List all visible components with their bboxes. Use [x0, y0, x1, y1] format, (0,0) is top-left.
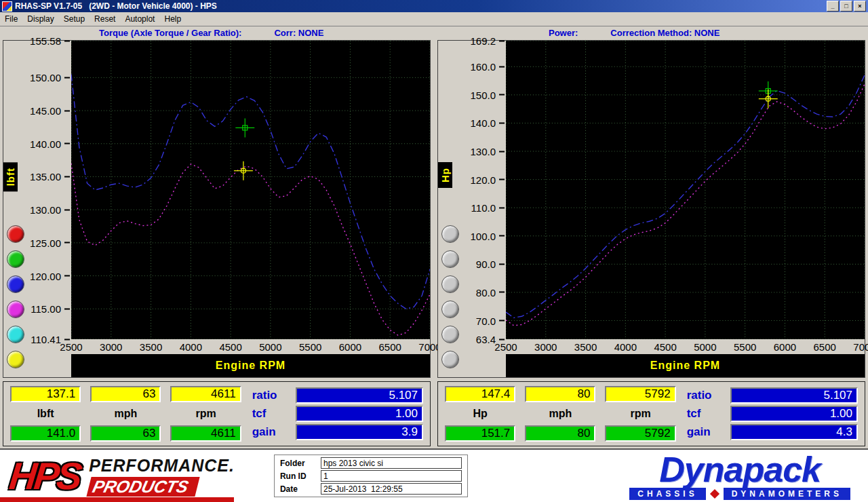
ratio-label: ratio	[252, 389, 288, 402]
trace-select-button-2[interactable]	[7, 275, 24, 293]
run-info-form: Folder Run ID Date	[274, 455, 468, 497]
x-tick-label: 4000	[180, 341, 202, 353]
torque-x-axis-title: Engine RPM	[216, 360, 285, 372]
trace-select-button-1[interactable]	[7, 250, 24, 268]
gain-label: gain	[687, 425, 722, 439]
trace-select-button-2[interactable]	[441, 275, 459, 293]
gain-value: 4.3	[730, 424, 858, 440]
x-tick-label: 2500	[494, 341, 517, 353]
x-tick-label: 3500	[140, 341, 162, 353]
trace-select-button-4[interactable]	[7, 326, 24, 343]
menu-display[interactable]: Display	[22, 13, 58, 25]
power-unit-label: Hp	[445, 406, 515, 422]
power-calc-column: ratio 5.107 tcf 1.00 gain 4.3	[687, 386, 858, 442]
x-tick-label: 6000	[339, 341, 361, 353]
hps-wordmark: HPS	[7, 459, 81, 494]
torque-correction-status: Corr: NONE	[274, 28, 323, 38]
ratio-value: 5.107	[730, 387, 858, 404]
trace-select-button-0[interactable]	[7, 225, 24, 243]
trace-select-button-5[interactable]	[441, 351, 459, 368]
cursor-b-rpm-value: 4611	[170, 425, 241, 442]
y-tick-label: 150.0	[470, 89, 505, 100]
cursor-b-power-value: 151.7	[445, 425, 515, 442]
speed-unit-label: mph	[525, 406, 595, 422]
chart-headers: Torque (Axle Torque / Gear Ratio): Corr:…	[0, 26, 868, 39]
trace-select-button-1[interactable]	[441, 250, 459, 268]
power-readout-panel: 147.4 80 5792 Hp mph rpm 151.7 80 5792 r…	[437, 381, 865, 446]
trace-select-button-3[interactable]	[7, 301, 24, 318]
power-correction-status: Correction Method: NONE	[610, 28, 719, 38]
torque-readout-panel: 137.1 63 4611 lbft mph rpm 141.0 63 4611…	[3, 381, 431, 446]
minimize-button[interactable]: _	[827, 1, 839, 12]
trace-select-button-4[interactable]	[441, 326, 459, 343]
torque-plot-cell	[71, 41, 430, 339]
gain-label: gain	[252, 425, 288, 439]
close-button[interactable]: ×	[854, 1, 866, 12]
cursor-marker-circle[interactable]	[759, 90, 778, 109]
folder-field[interactable]	[321, 457, 462, 469]
menu-setup[interactable]: Setup	[59, 13, 90, 25]
x-tick-label: 3000	[100, 341, 122, 353]
window-controls: _□×	[825, 1, 866, 12]
maximize-button[interactable]: □	[840, 1, 852, 12]
hps-products-text: PRODUCTS	[87, 477, 201, 497]
cursor-marker-circle[interactable]	[234, 161, 253, 180]
speed-unit-label: mph	[90, 406, 161, 422]
cursor-a-rpm-value: 5792	[605, 386, 675, 402]
x-tick-label: 3500	[574, 341, 597, 353]
title-bar[interactable]: RHAS-SP V1.7-05 (2WD - Motor Vehicle 400…	[0, 0, 868, 12]
cursor-a-speed-value: 80	[525, 386, 595, 402]
magenta-trace	[71, 163, 430, 335]
power-plot-area[interactable]	[506, 41, 865, 339]
x-tick-label: 6500	[814, 341, 836, 353]
torque-x-tick-labels: 2500300035004000450050005500600065007000	[71, 339, 430, 354]
x-tick-label: 6000	[774, 341, 796, 353]
blue-trace	[71, 75, 430, 309]
y-tick-label: 145.00	[30, 105, 70, 117]
menu-autoplot[interactable]: Autoplot	[120, 13, 159, 25]
x-tick-label: 5500	[734, 341, 756, 353]
power-trace-buttons	[441, 225, 459, 368]
torque-unit-label: lbft	[10, 406, 81, 422]
y-tick-label: 80.0	[476, 286, 505, 298]
trace-select-button-3[interactable]	[441, 301, 459, 318]
cursor-a-power-value: 147.4	[445, 386, 515, 402]
torque-readout-grid: 137.1 63 4611 lbft mph rpm 141.0 63 4611	[10, 386, 241, 442]
cursor-b-rpm-value: 5792	[605, 425, 675, 442]
y-tick-label: 155.58	[30, 35, 70, 47]
cursor-a-speed-value: 63	[90, 386, 161, 402]
y-tick-label: 135.00	[30, 171, 70, 182]
x-tick-label: 4500	[654, 341, 676, 353]
dynapack-wordmark: Dynapack	[629, 452, 850, 486]
cursor-marker-square[interactable]	[235, 118, 254, 137]
menu-help[interactable]: Help	[159, 13, 186, 25]
run-id-field[interactable]	[321, 470, 462, 482]
torque-chart: 155.58150.00145.00140.00135.00130.00125.…	[3, 40, 431, 378]
trace-select-button-5[interactable]	[7, 351, 24, 368]
charts-row: 155.58150.00145.00140.00135.00130.00125.…	[0, 39, 868, 379]
menu-file[interactable]: File	[0, 13, 22, 25]
tcf-label: tcf	[687, 407, 722, 421]
torque-plot-area[interactable]	[71, 41, 430, 339]
cursor-a-torque-value: 137.1	[10, 386, 81, 402]
y-tick-label: 110.0	[471, 202, 505, 214]
dynapack-red-accent-icon	[710, 488, 719, 498]
date-label: Date	[280, 484, 315, 494]
x-tick-label: 6500	[379, 341, 401, 353]
power-x-axis-title: Engine RPM	[650, 360, 720, 372]
window-title: RHAS-SP V1.7-05 (2WD - Motor Vehicle 400…	[15, 1, 217, 11]
date-field[interactable]	[321, 483, 462, 495]
power-x-tick-labels: 2500300035004000450050005500600065007000	[506, 339, 865, 354]
menu-bar: FileDisplaySetupResetAutoplotHelp	[0, 12, 868, 26]
y-tick-label: 120.00	[30, 270, 70, 282]
app-icon	[2, 1, 12, 12]
hps-performance-text: PERFORMANCE.	[89, 456, 235, 476]
dynapack-logo: Dynapack CHASSIS DYNAMOMETERS	[629, 452, 850, 500]
power-plot-cell	[506, 41, 865, 339]
hps-logo: HPS PERFORMANCE. PRODUCTS	[9, 456, 235, 497]
trace-select-button-0[interactable]	[441, 225, 459, 243]
cursor-b-speed-value: 80	[525, 425, 595, 442]
tcf-value: 1.00	[296, 406, 423, 422]
menu-reset[interactable]: Reset	[90, 13, 120, 25]
cursor-a-rpm-value: 4611	[170, 386, 241, 402]
